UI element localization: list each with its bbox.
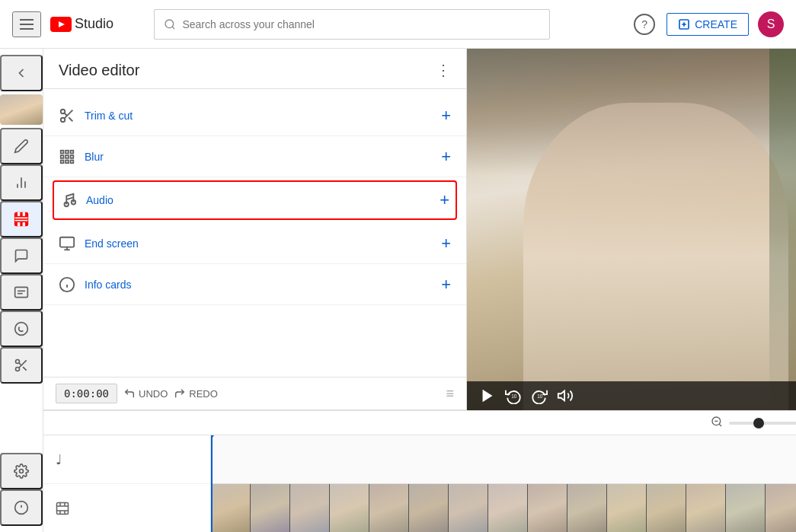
timeline-section: 0:00:00 1:00:00 2:00:00 3:00:00 3:30:17 bbox=[43, 410, 796, 532]
sidebar-item-comments[interactable] bbox=[0, 237, 43, 274]
sidebar-item-analytics[interactable] bbox=[0, 164, 43, 201]
sidebar-item-back[interactable] bbox=[0, 55, 43, 91]
sidebar-item-copyright[interactable] bbox=[0, 311, 43, 347]
forward-icon: 10 bbox=[531, 387, 548, 404]
audio-track-icon: ♩ bbox=[56, 451, 62, 468]
avatar[interactable]: S bbox=[758, 11, 784, 37]
tool-item-blur[interactable]: Blur + bbox=[43, 136, 466, 177]
rewind-button[interactable]: 10 bbox=[505, 387, 522, 404]
tool-item-trim-cut-left: Trim & cut bbox=[59, 107, 133, 124]
tool-item-end-screen[interactable]: End screen + bbox=[43, 223, 466, 264]
svg-rect-40 bbox=[71, 155, 74, 158]
svg-point-20 bbox=[15, 323, 28, 336]
add-info-cards-button[interactable]: + bbox=[441, 275, 451, 295]
add-trim-cut-button[interactable]: + bbox=[441, 106, 451, 126]
redo-button[interactable]: REDO bbox=[174, 387, 218, 400]
tool-label-info-cards: Info cards bbox=[85, 279, 131, 291]
search-icon bbox=[164, 18, 176, 30]
forward-button[interactable]: 10 bbox=[531, 387, 548, 404]
add-blur-button[interactable]: + bbox=[441, 147, 451, 167]
sidebar-item-pencil[interactable] bbox=[0, 128, 43, 164]
add-end-screen-button[interactable]: + bbox=[441, 234, 451, 253]
audio-track-label: ♩ bbox=[43, 435, 210, 484]
tool-item-audio-left: Audio bbox=[60, 192, 113, 209]
search-input[interactable] bbox=[182, 18, 540, 30]
more-options-button[interactable]: ⋮ bbox=[436, 61, 451, 79]
youtube-logo-icon bbox=[50, 17, 72, 32]
sidebar-item-subtitles[interactable] bbox=[0, 274, 43, 311]
svg-rect-65 bbox=[57, 503, 69, 514]
create-button[interactable]: CREATE bbox=[667, 13, 749, 36]
zoom-slider[interactable] bbox=[729, 422, 796, 425]
zoom-out-icon bbox=[711, 416, 723, 428]
tool-item-trim-cut[interactable]: Trim & cut + bbox=[43, 95, 466, 136]
svg-marker-56 bbox=[558, 391, 564, 401]
redo-label: REDO bbox=[189, 388, 218, 400]
help-button[interactable]: ? bbox=[631, 11, 657, 37]
timeline-controls: 0:00:00 UNDO REDO ≡ bbox=[43, 377, 466, 410]
logo: Studio bbox=[50, 16, 113, 32]
svg-rect-14 bbox=[24, 223, 25, 225]
timeline-tracks-content[interactable] bbox=[211, 435, 796, 532]
svg-rect-17 bbox=[15, 287, 28, 297]
tool-item-blur-left: Blur bbox=[59, 148, 104, 165]
volume-button[interactable] bbox=[557, 387, 574, 404]
search-bar[interactable] bbox=[154, 9, 550, 40]
tools-list: Trim & cut + bbox=[43, 89, 466, 377]
scissors-icon bbox=[14, 358, 29, 373]
sidebar-item-scissors[interactable] bbox=[0, 347, 43, 384]
svg-line-25 bbox=[19, 363, 21, 365]
app-header: Studio ? CREATE S bbox=[0, 0, 796, 49]
grid-blur-icon bbox=[59, 148, 75, 165]
film-icon bbox=[14, 212, 29, 227]
zoom-out-button[interactable] bbox=[711, 416, 723, 431]
tool-item-audio[interactable]: Audio + bbox=[53, 180, 457, 220]
hamburger-menu[interactable] bbox=[12, 11, 41, 37]
add-audio-button[interactable]: + bbox=[440, 190, 449, 210]
svg-rect-37 bbox=[71, 150, 74, 153]
music-icon bbox=[60, 192, 77, 209]
playhead bbox=[211, 435, 213, 532]
svg-rect-35 bbox=[61, 150, 64, 153]
svg-line-24 bbox=[23, 367, 27, 371]
svg-line-3 bbox=[173, 27, 175, 29]
sidebar bbox=[0, 49, 43, 532]
svg-rect-38 bbox=[61, 155, 64, 158]
svg-rect-13 bbox=[18, 223, 20, 225]
copyright-icon bbox=[14, 321, 29, 336]
redo-icon bbox=[174, 387, 186, 400]
feedback-icon bbox=[14, 500, 29, 515]
bar-chart-icon bbox=[14, 175, 29, 190]
sidebar-item-video-editor[interactable] bbox=[0, 201, 43, 237]
sidebar-item-settings[interactable] bbox=[0, 453, 43, 489]
track-labels: ♩ bbox=[43, 435, 211, 532]
svg-rect-12 bbox=[24, 213, 25, 215]
comment-icon bbox=[14, 248, 29, 263]
video-strip bbox=[211, 484, 796, 532]
pencil-icon bbox=[14, 139, 29, 154]
time-display: 0:00:00 bbox=[56, 384, 117, 403]
svg-line-59 bbox=[719, 424, 721, 426]
video-strip-row[interactable] bbox=[211, 484, 796, 532]
tool-item-info-cards[interactable]: Info cards + bbox=[43, 264, 466, 305]
svg-point-21 bbox=[16, 360, 20, 364]
svg-point-31 bbox=[61, 117, 66, 122]
svg-line-34 bbox=[64, 113, 67, 116]
tool-label-blur: Blur bbox=[85, 151, 104, 163]
header-left: Studio bbox=[12, 11, 113, 37]
tool-label-audio: Audio bbox=[86, 194, 113, 206]
svg-rect-36 bbox=[66, 150, 69, 153]
video-track-label bbox=[43, 484, 210, 532]
play-button[interactable] bbox=[479, 387, 496, 404]
tool-item-info-cards-left: Info cards bbox=[59, 276, 131, 293]
scissors-tool-icon bbox=[59, 107, 75, 124]
thumbnail-preview[interactable] bbox=[0, 94, 43, 125]
info-icon bbox=[59, 276, 75, 293]
undo-button[interactable]: UNDO bbox=[123, 387, 168, 400]
create-plus-icon bbox=[678, 18, 690, 30]
video-preview: 10 10 bbox=[467, 49, 796, 410]
sidebar-item-feedback[interactable] bbox=[0, 489, 43, 526]
audio-track-row[interactable] bbox=[211, 435, 796, 484]
svg-line-46 bbox=[66, 197, 73, 199]
editor-header: Video editor ⋮ bbox=[43, 49, 466, 89]
